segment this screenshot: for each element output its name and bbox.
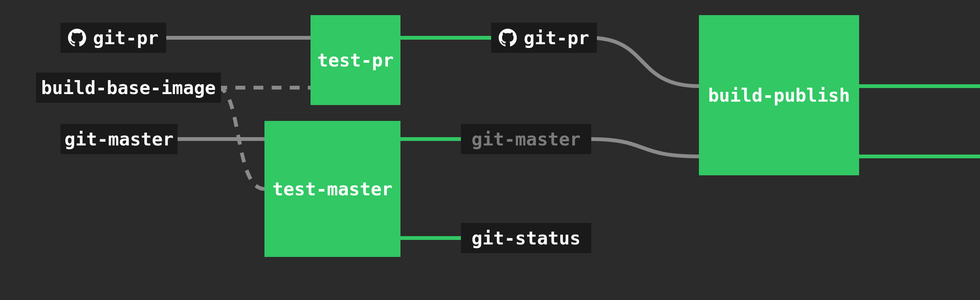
resource-git-pr-in[interactable]: git-pr <box>60 23 166 53</box>
job-label: test-pr <box>317 49 394 71</box>
resource-git-pr-out[interactable]: git-pr <box>491 23 597 53</box>
resource-label: git-pr <box>93 27 158 48</box>
job-test-pr[interactable]: test-pr <box>310 15 401 105</box>
pipeline-canvas: git-pr build-base-image git-master test-… <box>0 0 980 300</box>
resource-git-status[interactable]: git-status <box>461 223 591 253</box>
github-icon <box>68 29 86 47</box>
edge-git-pr-out-to-build-publish <box>589 38 699 86</box>
github-icon <box>499 29 517 47</box>
job-build-publish[interactable]: build-publish <box>699 15 859 175</box>
edge-build-base-image-to-test-master <box>217 88 264 189</box>
resource-label: git-pr <box>523 27 589 48</box>
job-label: test-master <box>272 178 393 199</box>
resource-label: git-status <box>471 227 581 249</box>
job-label: build-publish <box>708 85 850 106</box>
resource-label: git-master <box>471 128 581 150</box>
resource-git-master-in[interactable]: git-master <box>60 124 178 154</box>
job-test-master[interactable]: test-master <box>264 121 401 257</box>
resource-git-master-out[interactable]: git-master <box>461 124 591 154</box>
resource-build-base-image[interactable]: build-base-image <box>36 73 221 103</box>
edge-git-master-out-to-build-publish <box>589 139 699 156</box>
resource-label: build-base-image <box>41 77 216 98</box>
resource-label: git-master <box>65 128 174 150</box>
